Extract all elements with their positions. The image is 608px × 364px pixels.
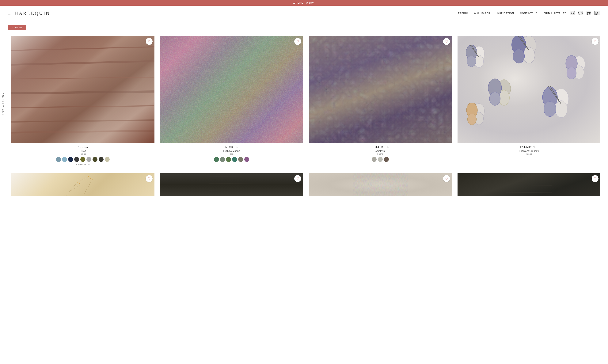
wishlist-eglomise[interactable]: ♡ <box>443 38 450 45</box>
svg-point-31 <box>567 67 576 79</box>
product-type-nickel: Fabric <box>229 153 234 155</box>
product-image-palmetto[interactable]: ♡ <box>457 36 601 143</box>
more-colors-perla[interactable]: + more colours <box>76 163 90 166</box>
heart-icon: ♡ <box>594 40 596 43</box>
svg-line-1 <box>573 14 574 15</box>
swatch[interactable] <box>238 157 243 162</box>
product-card-bottom2[interactable]: ♡ <box>160 173 303 198</box>
svg-point-25 <box>513 49 524 63</box>
filters-bar: Filters <box>0 21 608 34</box>
svg-line-57 <box>209 183 254 183</box>
product-card-nickel[interactable]: ♡ NICKEL Fuchsia/Marine Fabric <box>160 36 303 166</box>
swatch[interactable] <box>92 157 97 162</box>
product-name-perla: PERLA <box>77 145 88 149</box>
product-image-bottom3[interactable]: ♡ <box>309 173 452 196</box>
swatch[interactable] <box>99 157 103 162</box>
svg-point-19 <box>467 56 476 67</box>
product-type-palmetto: Fabric <box>526 153 532 155</box>
heart-icon: ♡ <box>148 40 151 43</box>
product-card-bottom4[interactable]: ♡ <box>457 173 601 198</box>
svg-line-64 <box>506 182 552 182</box>
wishlist-bottom1[interactable]: ♡ <box>146 175 153 182</box>
svg-rect-61 <box>357 173 403 196</box>
wishlist-nickel[interactable]: ♡ <box>294 38 301 45</box>
svg-line-63 <box>506 179 552 179</box>
cart-button[interactable]: 0 <box>586 11 591 15</box>
search-button[interactable] <box>570 11 575 15</box>
swatch[interactable] <box>56 157 61 162</box>
header-icons: 0 0 <box>570 11 600 15</box>
filters-button[interactable]: Filters <box>8 25 26 30</box>
svg-point-50 <box>77 182 78 183</box>
svg-point-3 <box>589 14 590 15</box>
product-card-bottom1[interactable]: ♡ <box>11 173 155 198</box>
swatches-nickel <box>214 157 249 162</box>
product-image-bottom2[interactable]: ♡ <box>160 173 303 196</box>
logo[interactable]: HARLEQUIN <box>14 11 50 16</box>
wishlist-bottom3[interactable]: ♡ <box>443 175 450 182</box>
svg-point-37 <box>555 101 567 117</box>
swatch[interactable] <box>68 157 73 162</box>
nav-find-retailer[interactable]: FIND A RETAILER <box>543 12 567 15</box>
wishlist-count: 0 <box>582 12 583 14</box>
product-variant-nickel: Fuchsia/Marine <box>223 150 240 152</box>
product-card-bottom3[interactable]: ♡ <box>309 173 452 198</box>
swatch[interactable] <box>384 157 389 162</box>
product-card-eglomise[interactable]: ♡ EGLOMISE Amethyst Fabric <box>309 36 452 166</box>
product-card-palmetto[interactable]: ♡ PALMETTO Eggplant/Graphite Fabric <box>457 36 601 166</box>
svg-point-0 <box>571 12 574 14</box>
swatch[interactable] <box>220 157 225 162</box>
swatch[interactable] <box>62 157 67 162</box>
product-variant-perla: Blush <box>80 150 86 152</box>
product-name-eglomise: EGLOMISE <box>372 145 389 149</box>
product-image-perla[interactable]: ♡ <box>11 36 155 143</box>
nav-inspiration[interactable]: INSPIRATION <box>496 12 514 15</box>
vertical-label-wrapper: Live Beautiful <box>0 91 6 115</box>
product-name-palmetto: PALMETTO <box>520 145 538 149</box>
nav-wallpaper[interactable]: WALLPAPER <box>474 12 491 15</box>
wishlist-button[interactable]: 0 <box>578 11 583 15</box>
heart-icon: ♡ <box>297 177 299 181</box>
svg-rect-14 <box>160 36 303 143</box>
swatch[interactable] <box>80 157 85 162</box>
product-card-perla[interactable]: ♡ PERLA Blush Fabric + more colours <box>11 36 155 166</box>
swatch[interactable] <box>105 157 110 162</box>
product-variant-eglomise: Amethyst <box>375 150 385 152</box>
svg-point-53 <box>90 178 91 179</box>
nav-fabric[interactable]: FABRIC <box>458 12 468 15</box>
swatch[interactable] <box>378 157 383 162</box>
svg-line-62 <box>506 175 552 176</box>
svg-point-51 <box>79 183 80 184</box>
product-name-nickel: NICKEL <box>225 145 238 149</box>
swatch[interactable] <box>372 157 376 162</box>
product-image-nickel[interactable]: ♡ <box>160 36 303 143</box>
hamburger-menu[interactable]: ☰ <box>8 11 11 15</box>
header: ☰ HARLEQUIN FABRIC WALLPAPER INSPIRATION… <box>0 6 608 21</box>
heart-icon: ♡ <box>297 40 299 43</box>
top-banner[interactable]: WHERE TO BUY <box>0 0 608 6</box>
svg-point-2 <box>587 14 588 15</box>
svg-point-52 <box>88 176 89 177</box>
where-to-buy-link[interactable]: WHERE TO BUY <box>293 1 315 4</box>
swatch[interactable] <box>214 157 219 162</box>
swatch[interactable] <box>244 157 249 162</box>
svg-point-45 <box>467 114 476 125</box>
swatch[interactable] <box>86 157 91 162</box>
product-grid: ♡ PERLA Blush Fabric + more colours <box>11 36 600 198</box>
swatch[interactable] <box>74 157 79 162</box>
vertical-label: Live Beautiful <box>1 91 4 115</box>
swatches-perla <box>56 157 110 162</box>
product-image-eglomise[interactable]: ♡ <box>309 36 452 143</box>
swatch[interactable] <box>232 157 237 162</box>
nav-contact[interactable]: CONTACT US <box>520 12 538 15</box>
product-image-bottom4[interactable]: ♡ <box>457 173 601 196</box>
swatch[interactable] <box>226 157 231 162</box>
product-image-bottom1[interactable]: ♡ <box>11 173 155 196</box>
product-type-perla: Fabric <box>80 153 86 155</box>
svg-rect-15 <box>309 36 452 143</box>
locale-button[interactable] <box>594 11 600 15</box>
wishlist-perla[interactable]: ♡ <box>146 38 153 45</box>
main-nav: FABRIC WALLPAPER INSPIRATION CONTACT US … <box>458 12 567 15</box>
heart-icon: ♡ <box>445 177 448 181</box>
wishlist-palmetto[interactable]: ♡ <box>592 38 598 45</box>
